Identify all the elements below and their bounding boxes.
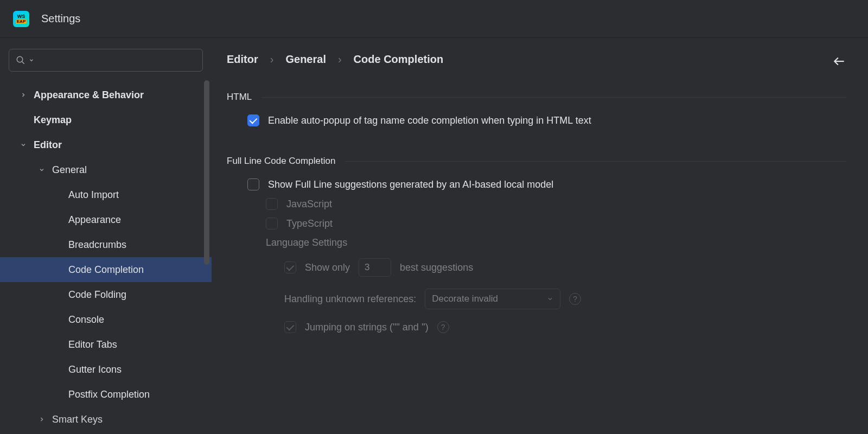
svg-line-1: [22, 61, 24, 64]
label-pre: Show only: [305, 262, 350, 273]
tree-label: Appearance: [68, 214, 121, 226]
checkbox: [266, 198, 278, 210]
section-html: HTML: [227, 92, 846, 103]
svg-point-0: [17, 56, 23, 62]
breadcrumb-code-completion: Code Completion: [354, 53, 444, 66]
help-icon: ?: [437, 321, 449, 333]
option-label: Enable auto-popup of tag name code compl…: [268, 115, 591, 126]
chevron-down-icon: [547, 296, 553, 302]
checkbox[interactable]: [247, 178, 259, 190]
settings-tree: Appearance & Behavior Keymap Editor Gene…: [9, 82, 203, 432]
arrow-left-icon: [832, 54, 846, 68]
tree-item-keymap[interactable]: Keymap: [9, 107, 203, 132]
divider: [261, 97, 846, 98]
tree-label: Keymap: [34, 114, 72, 126]
checkbox: [284, 261, 296, 273]
tree-item-general[interactable]: General: [9, 157, 203, 182]
tree-item-console[interactable]: Console: [9, 307, 203, 332]
tree-label: Appearance & Behavior: [34, 90, 144, 101]
tree-item-editor[interactable]: Editor: [9, 132, 203, 157]
tree-item-appearance-behavior[interactable]: Appearance & Behavior: [9, 82, 203, 107]
chevron-right-icon: ›: [338, 53, 342, 66]
select-value: Decorate invalid: [432, 293, 498, 304]
option-label: Jumping on strings ("" and ''): [305, 322, 429, 333]
main-panel: Editor › General › Code Completion HTML …: [212, 38, 868, 434]
chevron-right-icon: [39, 416, 45, 423]
chevron-down-icon: [39, 167, 45, 173]
help-icon: ?: [569, 293, 581, 305]
tree-label: Editor Tabs: [68, 339, 117, 350]
option-label: Show Full Line suggestions generated by …: [268, 179, 553, 190]
chevron-right-icon: ›: [270, 53, 274, 66]
tree-label: Code Completion: [68, 264, 144, 276]
checkbox: [266, 218, 278, 229]
window-title: Settings: [41, 12, 80, 25]
option-label: TypeScript: [286, 218, 333, 229]
checkbox[interactable]: [247, 114, 259, 126]
tree-item-smart-keys[interactable]: Smart Keys: [9, 407, 203, 432]
chevron-down-icon: [29, 58, 34, 63]
tree-label: Smart Keys: [52, 414, 103, 425]
breadcrumb-general[interactable]: General: [285, 53, 326, 66]
titlebar: WSEAP Settings: [0, 0, 868, 38]
tree-label: Breadcrumbs: [68, 239, 126, 251]
tree-item-postfix-completion[interactable]: Postfix Completion: [9, 382, 203, 407]
language-settings-label: Language Settings: [227, 237, 846, 248]
tree-label: Postfix Completion: [68, 389, 150, 400]
tree-item-code-completion[interactable]: Code Completion: [0, 257, 212, 282]
option-lang-javascript: JavaScript: [227, 198, 846, 210]
tree-item-auto-import[interactable]: Auto Import: [9, 182, 203, 207]
section-fullline: Full Line Code Completion: [227, 156, 846, 167]
checkbox: [284, 321, 296, 333]
section-title: Full Line Code Completion: [227, 156, 335, 167]
breadcrumb-editor[interactable]: Editor: [227, 53, 258, 66]
search-input[interactable]: [9, 49, 203, 72]
option-label: JavaScript: [286, 199, 332, 210]
tree-item-code-folding[interactable]: Code Folding: [9, 282, 203, 307]
option-handling-unknown: Handling unknown references: Decorate in…: [227, 289, 846, 309]
tree-label: Editor: [34, 139, 62, 151]
tree-label: Gutter Icons: [68, 364, 122, 375]
label-post: best suggestions: [400, 262, 473, 273]
section-title: HTML: [227, 92, 252, 103]
tree-label: Console: [68, 314, 104, 326]
chevron-right-icon: [20, 92, 27, 98]
sidebar: Appearance & Behavior Keymap Editor Gene…: [0, 38, 212, 434]
best-suggestions-input: [359, 258, 391, 277]
option-jumping-strings: Jumping on strings ("" and '') ?: [227, 321, 846, 333]
handling-select: Decorate invalid: [425, 289, 560, 309]
tree-item-appearance[interactable]: Appearance: [9, 207, 203, 232]
option-lang-typescript: TypeScript: [227, 218, 846, 229]
option-show-only: Show only best suggestions: [227, 258, 846, 277]
tree-item-editor-tabs[interactable]: Editor Tabs: [9, 332, 203, 357]
tree-item-breadcrumbs[interactable]: Breadcrumbs: [9, 232, 203, 257]
chevron-down-icon: [20, 142, 27, 148]
option-show-fullline[interactable]: Show Full Line suggestions generated by …: [227, 178, 846, 190]
back-button[interactable]: [832, 54, 846, 71]
app-icon: WSEAP: [13, 11, 29, 27]
tree-label: General: [52, 164, 87, 176]
tree-item-gutter-icons[interactable]: Gutter Icons: [9, 357, 203, 382]
option-html-autopopup[interactable]: Enable auto-popup of tag name code compl…: [227, 114, 846, 126]
search-icon: [16, 55, 25, 65]
divider: [345, 161, 846, 162]
tree-label: Auto Import: [68, 189, 119, 201]
scrollbar-thumb[interactable]: [204, 80, 209, 265]
label: Handling unknown references:: [284, 293, 416, 305]
breadcrumb: Editor › General › Code Completion: [227, 53, 846, 66]
tree-label: Code Folding: [68, 289, 126, 301]
